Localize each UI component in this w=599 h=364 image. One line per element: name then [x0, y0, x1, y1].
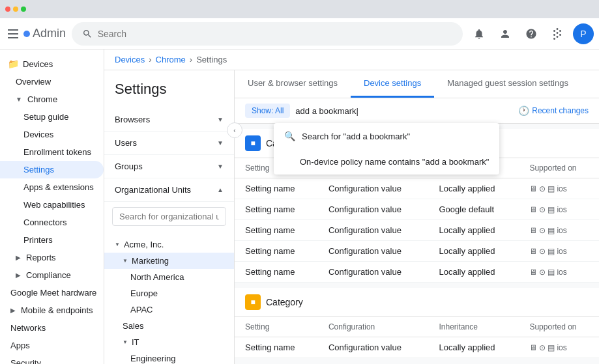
- breadcrumb-devices[interactable]: Devices: [115, 55, 145, 64]
- clock-icon: 🕐: [518, 105, 529, 116]
- menu-icon[interactable]: [5, 26, 21, 42]
- settings-nav-org-units[interactable]: Organizational Units ▲: [104, 178, 234, 202]
- inheritance-value: Locally applied: [428, 262, 519, 283]
- org-north-america[interactable]: North America: [104, 269, 234, 285]
- tabs-bar: User & browser settings Device settings …: [235, 70, 599, 98]
- sidebar-item-compliance[interactable]: ▶ Compliance: [0, 266, 104, 284]
- minimize-dot[interactable]: [13, 7, 18, 12]
- dropdown-search-item[interactable]: 🔍 Search for "add a bookmark": [274, 123, 499, 149]
- ios-icon: ios: [557, 247, 566, 256]
- web-capabilities-label: Web capabilities: [23, 200, 85, 210]
- sidebar-item-google-meet[interactable]: Google Meet hardware: [0, 284, 104, 301]
- sidebar-item-printers[interactable]: Printers: [0, 231, 104, 249]
- settings-nav-users[interactable]: Users ▼: [104, 132, 234, 155]
- search-input[interactable]: [98, 29, 452, 39]
- tab-managed-guest[interactable]: Managed guest session settings: [434, 70, 581, 98]
- sidebar-item-devices[interactable]: 📁 Devices: [0, 55, 104, 73]
- settings-label: Settings: [23, 165, 54, 175]
- sidebar-item-security[interactable]: Security: [0, 354, 104, 364]
- search-bar[interactable]: [72, 22, 463, 46]
- org-company[interactable]: ▼ Acme, Inc.: [104, 236, 234, 253]
- top-bar-left: Admin: [5, 26, 66, 42]
- org-units-chevron: ▲: [217, 186, 224, 193]
- android-icon: ⊙: [539, 184, 546, 193]
- sidebar-item-overview[interactable]: Overview: [0, 73, 104, 91]
- google-logo: [23, 31, 30, 37]
- apps-button[interactable]: [547, 23, 568, 44]
- sidebar-item-networks[interactable]: Networks: [0, 319, 104, 337]
- sidebar-item-mobile-endpoints[interactable]: ▶ Mobile & endpoints: [0, 301, 104, 319]
- ios-icon: ios: [557, 343, 566, 352]
- sidebar-item-setup-guide[interactable]: Setup guide: [0, 108, 104, 126]
- sidebar-item-reports[interactable]: ▶ Reports: [0, 249, 104, 266]
- sidebar-item-connectors[interactable]: Connectors: [0, 214, 104, 231]
- setting-name: Setting name: [235, 220, 318, 241]
- ios-icon: ios: [557, 205, 566, 214]
- sidebar-item-devices-sub[interactable]: Devices: [0, 126, 104, 143]
- chrome-label: Chrome: [27, 94, 57, 104]
- setup-guide-label: Setup guide: [23, 112, 68, 122]
- settings-nav-groups[interactable]: Groups ▼: [104, 155, 234, 178]
- org-marketing[interactable]: ▼ Marketing: [104, 253, 234, 269]
- chromebook-icon: ▤: [548, 226, 555, 235]
- collapse-panel-button[interactable]: ‹: [227, 122, 242, 138]
- chromebook-icon: ▤: [548, 184, 555, 193]
- close-dot[interactable]: [5, 7, 10, 12]
- groups-chevron: ▼: [217, 163, 224, 170]
- breadcrumb-chrome[interactable]: Chrome: [156, 55, 186, 64]
- sidebar-item-web-capabilities[interactable]: Web capabilities: [0, 196, 104, 214]
- table-row: Setting name Configuration value Locally…: [235, 262, 599, 283]
- marketing-label: Marketing: [132, 256, 169, 266]
- category-block-2: ■ Category Setting Configuration Inherit…: [235, 288, 599, 358]
- ios-icon: ios: [557, 184, 566, 193]
- config-value: Configuration value: [318, 199, 429, 220]
- marketing-expand-icon: ▼: [123, 258, 128, 264]
- browser-strip: [0, 0, 599, 18]
- help-button[interactable]: [521, 23, 542, 44]
- setting-name: Setting name: [235, 337, 318, 358]
- chromebook-icon: ▤: [548, 205, 555, 214]
- groups-label: Groups: [115, 161, 143, 171]
- show-all-button[interactable]: Show: All: [245, 104, 290, 118]
- table-row: Setting name Configuration value Locally…: [235, 178, 599, 199]
- filter-input[interactable]: [295, 106, 513, 116]
- org-it[interactable]: ▼ IT: [104, 334, 234, 350]
- sidebar-item-enrollment[interactable]: Enrollment tokens: [0, 143, 104, 161]
- tab-user-browser-settings[interactable]: User & browser settings: [235, 70, 351, 98]
- avatar-button[interactable]: P: [573, 23, 594, 44]
- devices-sub-label: Devices: [23, 130, 53, 139]
- sidebar-item-apps[interactable]: Apps: [0, 337, 104, 354]
- sidebar-item-settings[interactable]: Settings: [0, 161, 104, 178]
- org-apac[interactable]: APAC: [104, 301, 234, 318]
- org-sales[interactable]: Sales: [104, 318, 234, 334]
- org-engineering[interactable]: Engineering: [104, 350, 234, 364]
- breadcrumb-sep-2: ›: [190, 55, 192, 64]
- settings-table-2: Setting Configuration Inheritance Suppor…: [235, 317, 599, 358]
- supported-icons: 🖥 ⊙ ▤ ios: [519, 178, 599, 199]
- contacts-button[interactable]: [495, 23, 516, 44]
- inheritance-value: Locally applied: [428, 220, 519, 241]
- main-content: Devices › Chrome › Settings Settings Bro…: [104, 49, 599, 364]
- config-value: Configuration value: [318, 262, 429, 283]
- content-area: Settings Browsers ▼ Users ▼ Groups ▼ Org…: [104, 70, 599, 364]
- sidebar-item-chrome[interactable]: ▼ Chrome: [0, 91, 104, 108]
- android-icon: ⊙: [539, 268, 546, 277]
- config-value: Configuration value: [318, 241, 429, 262]
- tab-device-settings[interactable]: Device settings: [351, 70, 434, 98]
- connectors-label: Connectors: [23, 217, 66, 227]
- notifications-button[interactable]: [469, 23, 489, 44]
- overview-label: Overview: [16, 77, 51, 87]
- supported-icons: 🖥 ⊙ ▤ ios: [519, 220, 599, 241]
- recent-changes-button[interactable]: 🕐 Recent changes: [518, 105, 589, 116]
- sidebar-item-apps-extensions[interactable]: Apps & extensions: [0, 178, 104, 196]
- org-europe[interactable]: Europe: [104, 285, 234, 301]
- org-search-input[interactable]: [112, 207, 226, 226]
- dropdown-policy-item[interactable]: On-device policy name contains "add a bo…: [274, 149, 499, 175]
- printers-label: Printers: [23, 235, 53, 245]
- settings-nav-browsers[interactable]: Browsers ▼: [104, 108, 234, 132]
- supported-icons: 🖥 ⊙ ▤ ios: [519, 199, 599, 220]
- browsers-label: Browsers: [115, 115, 150, 124]
- category-icon-2: ■: [245, 294, 261, 310]
- maximize-dot[interactable]: [21, 7, 26, 12]
- supported-icons: 🖥 ⊙ ▤ ios: [519, 337, 599, 358]
